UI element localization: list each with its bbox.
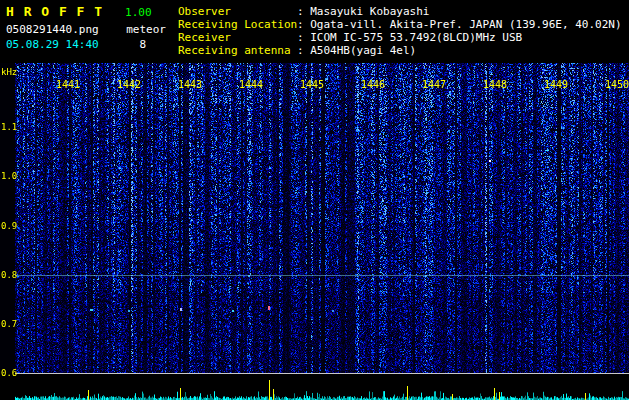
- info-row-receiver: Receiver : ICOM IC-575 53.7492(8LCD)MHz …: [178, 31, 622, 44]
- time-tick-label: 1442: [117, 79, 141, 90]
- spectrogram-panel: kHz 1.11.00.90.80.70.6 14411442144314441…: [0, 63, 629, 373]
- info-label: Receiving Location: [178, 18, 297, 31]
- app-block: H R O F F T 1.00 0508291440.png meteor 0…: [6, 4, 166, 51]
- time-tick-label: 1450: [605, 79, 629, 90]
- info-colon: :: [297, 44, 310, 57]
- freq-tick-label: 0.8: [1, 270, 17, 280]
- signal-level-canvas: [0, 374, 629, 400]
- freq-tick-label: 0.7: [1, 319, 17, 329]
- output-filename: 0508291440.png: [6, 23, 99, 36]
- info-colon: :: [297, 5, 310, 18]
- frequency-axis: kHz 1.11.00.90.80.70.6: [0, 63, 15, 373]
- time-tick-label: 1445: [300, 79, 324, 90]
- info-label: Receiving antenna: [178, 44, 297, 57]
- info-value: Ogata-vill. Akita-Pref. JAPAN (139.96E, …: [310, 18, 621, 31]
- echo-count: 8: [139, 38, 146, 51]
- date-row: 05.08.29 14:40 8: [6, 38, 146, 51]
- info-colon: :: [297, 31, 310, 44]
- info-value: A504HB(yagi 4el): [310, 44, 416, 57]
- info-row-location: Receiving Location : Ogata-vill. Akita-P…: [178, 18, 622, 31]
- info-label: Observer: [178, 5, 297, 18]
- frequency-unit-label: kHz: [1, 67, 17, 77]
- header: H R O F F T 1.00 0508291440.png meteor 0…: [0, 0, 629, 63]
- time-tick-label: 1448: [483, 79, 507, 90]
- info-colon: :: [297, 18, 310, 31]
- info-value: Masayuki Kobayashi: [310, 5, 429, 18]
- file-row: 0508291440.png meteor: [6, 23, 166, 36]
- timestamp: 05.08.29 14:40: [6, 38, 99, 51]
- title-row: H R O F F T 1.00: [6, 4, 166, 19]
- info-label: Receiver: [178, 31, 297, 44]
- freq-tick-label: 0.9: [1, 221, 17, 231]
- time-tick-label: 1446: [361, 79, 385, 90]
- spectrogram-canvas: [15, 63, 629, 373]
- station-info: Observer : Masayuki Kobayashi Receiving …: [178, 5, 622, 57]
- time-tick-label: 1444: [239, 79, 263, 90]
- app-version: 1.00: [125, 6, 152, 19]
- freq-tick-label: 0.6: [1, 368, 17, 378]
- app-title: H R O F F T: [6, 4, 103, 19]
- info-row-antenna: Receiving antenna : A504HB(yagi 4el): [178, 44, 622, 57]
- time-tick-label: 1441: [56, 79, 80, 90]
- signal-level-strip: [0, 374, 629, 400]
- freq-tick-label: 1.1: [1, 122, 17, 132]
- freq-tick-label: 1.0: [1, 171, 17, 181]
- time-tick-label: 1449: [544, 79, 568, 90]
- time-tick-label: 1443: [178, 79, 202, 90]
- time-tick-label: 1447: [422, 79, 446, 90]
- observation-mode: meteor: [126, 23, 166, 36]
- info-value: ICOM IC-575 53.7492(8LCD)MHz USB: [310, 31, 522, 44]
- info-row-observer: Observer : Masayuki Kobayashi: [178, 5, 622, 18]
- hrofft-screen: H R O F F T 1.00 0508291440.png meteor 0…: [0, 0, 629, 400]
